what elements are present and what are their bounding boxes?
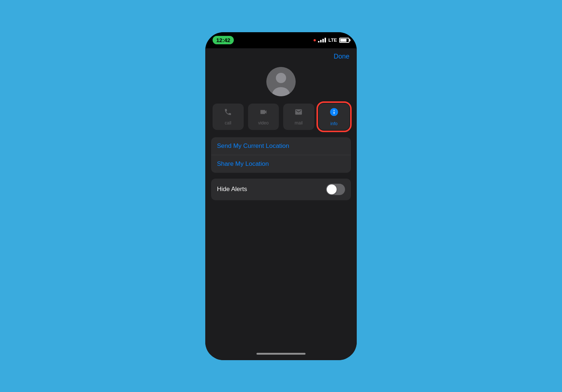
hide-alerts-item[interactable]: Hide Alerts: [211, 179, 351, 200]
signal-bar-4: [325, 38, 326, 42]
header: Done: [205, 48, 357, 63]
action-buttons: call video mail: [205, 104, 357, 137]
home-indicator: [205, 348, 357, 360]
phone-icon: [224, 108, 232, 118]
battery-level: [340, 39, 346, 42]
toggle-thumb: [327, 184, 337, 194]
video-button[interactable]: video: [248, 104, 279, 130]
avatar: [266, 67, 296, 96]
phone-content: Done call: [205, 48, 357, 348]
signal-bar-2: [320, 40, 322, 42]
info-icon: [329, 107, 339, 119]
share-my-location-item[interactable]: Share My Location: [211, 155, 351, 173]
avatar-svg: [266, 67, 296, 96]
signal-bars: [318, 38, 326, 42]
send-current-location-item[interactable]: Send My Current Location: [211, 137, 351, 155]
signal-bar-1: [318, 41, 319, 42]
hide-alerts-section: Hide Alerts: [211, 179, 351, 200]
svg-rect-5: [334, 111, 334, 114]
video-icon: [259, 108, 267, 118]
status-time: 12:42: [213, 36, 234, 44]
hide-alerts-toggle[interactable]: [326, 184, 345, 195]
svg-point-4: [333, 110, 334, 111]
signal-bar-3: [322, 39, 324, 42]
send-current-location-label: Send My Current Location: [217, 142, 289, 150]
phone-frame: 12:42 LTE Done: [205, 32, 357, 360]
mail-icon: [295, 108, 303, 118]
avatar-area: [205, 63, 357, 104]
share-my-location-label: Share My Location: [217, 160, 269, 168]
location-section: Send My Current Location Share My Locati…: [211, 137, 351, 173]
done-button[interactable]: Done: [334, 53, 349, 60]
signal-dot: [314, 39, 316, 41]
info-button[interactable]: info: [319, 104, 350, 130]
home-bar: [256, 353, 306, 355]
status-right: LTE: [314, 37, 349, 43]
video-label: video: [258, 120, 269, 126]
lte-label: LTE: [328, 37, 337, 43]
hide-alerts-label: Hide Alerts: [217, 186, 247, 193]
mail-button[interactable]: mail: [283, 104, 314, 130]
status-bar: 12:42 LTE: [205, 32, 357, 48]
call-button[interactable]: call: [213, 104, 244, 130]
mail-label: mail: [295, 120, 303, 126]
battery-icon: [339, 38, 349, 43]
svg-point-1: [276, 73, 286, 83]
call-label: call: [225, 120, 231, 126]
info-label: info: [330, 121, 337, 126]
